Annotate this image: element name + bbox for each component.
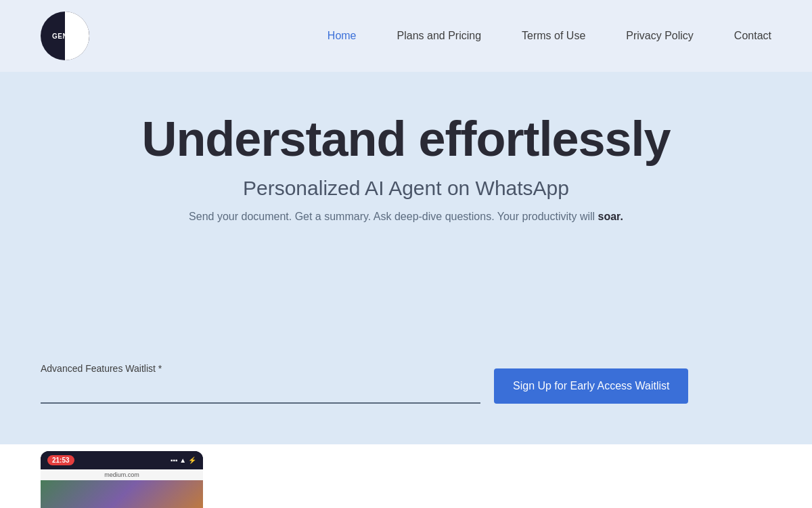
hero-section: Understand effortlessly Personalized AI … — [0, 72, 812, 350]
main-navigation: GENFO Home Plans and Pricing Terms of Us… — [0, 0, 812, 72]
nav-item-contact[interactable]: Contact — [734, 30, 771, 42]
phone-icons: ▪▪▪ ▲ ⚡ — [171, 457, 196, 464]
logo-text: GENFO — [52, 33, 78, 40]
phone-status-bar: 21:53 ▪▪▪ ▲ ⚡ — [41, 451, 203, 469]
nav-item-plans[interactable]: Plans and Pricing — [397, 30, 482, 42]
nav-links: Home Plans and Pricing Terms of Use Priv… — [328, 30, 771, 42]
waitlist-input[interactable] — [41, 379, 480, 404]
form-group: Advanced Features Waitlist * — [41, 363, 480, 404]
form-label: Advanced Features Waitlist * — [41, 363, 480, 374]
phone-content — [41, 480, 203, 508]
nav-item-terms[interactable]: Terms of Use — [522, 30, 585, 42]
hero-description: Send your document. Get a summary. Ask d… — [189, 211, 623, 223]
phone-browser-bar: medium.com — [41, 469, 203, 480]
hero-title: Understand effortlessly — [141, 112, 670, 166]
nav-link-plans[interactable]: Plans and Pricing — [397, 30, 482, 41]
nav-link-contact[interactable]: Contact — [734, 30, 771, 41]
nav-link-terms[interactable]: Terms of Use — [522, 30, 585, 41]
waitlist-submit-button[interactable]: Sign Up for Early Access Waitlist — [494, 368, 688, 404]
hero-desc-before: Send your document. Get a summary. Ask d… — [189, 211, 597, 222]
phone-mockup: 21:53 ▪▪▪ ▲ ⚡ medium.com — [41, 451, 203, 508]
nav-item-privacy[interactable]: Privacy Policy — [626, 30, 694, 42]
logo[interactable]: GENFO — [41, 12, 89, 60]
nav-link-home[interactable]: Home — [328, 30, 357, 41]
phone-url: medium.com — [104, 471, 139, 478]
hero-subtitle: Personalized AI Agent on WhatsApp — [243, 177, 569, 200]
nav-link-privacy[interactable]: Privacy Policy — [626, 30, 694, 41]
waitlist-section: Advanced Features Waitlist * Sign Up for… — [0, 350, 812, 444]
hero-desc-bold: soar. — [598, 211, 623, 222]
bottom-section: 21:53 ▪▪▪ ▲ ⚡ medium.com — [0, 444, 812, 508]
phone-time: 21:53 — [47, 455, 74, 465]
nav-item-home[interactable]: Home — [328, 30, 357, 42]
